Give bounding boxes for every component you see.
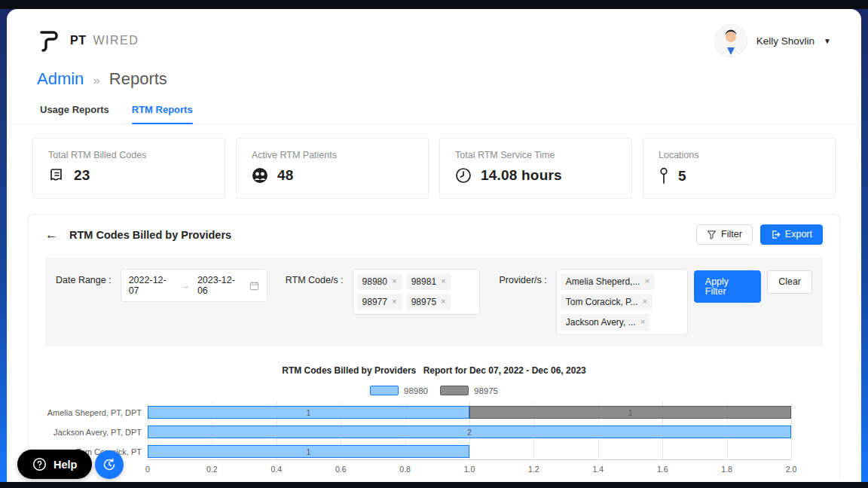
user-name: Kelly Shovlin <box>756 35 815 47</box>
location-pin-icon <box>659 167 669 185</box>
provider-select[interactable]: Amelia Sheperd,...×Tom Coracick, P...×Ja… <box>556 269 688 335</box>
stat-card-active-patients: Active RTM Patients 48 <box>236 138 429 199</box>
floating-buttons: Help <box>17 450 124 479</box>
chart-bar-row: Tom Coracick, PT1 <box>148 445 791 458</box>
stat-value: 23 <box>74 167 90 184</box>
rtm-code-select[interactable]: 98980×98981×98977×98975× <box>353 269 480 315</box>
breadcrumb-admin[interactable]: Admin <box>37 69 84 89</box>
remove-tag-icon[interactable]: × <box>644 277 649 286</box>
chart-bar-row: Amelia Sheperd, PT, DPT11 <box>148 406 791 419</box>
stats-row: Total RTM Billed Codes 23 Active RTM Pat… <box>7 124 861 199</box>
chart-plot: Amelia Sheperd, PT, DPT11Jackson Avery, … <box>148 406 791 478</box>
rtm-code-tag: 98975× <box>406 294 451 310</box>
date-start[interactable]: 2022-12-07 <box>129 275 173 296</box>
stat-card-locations: Locations 5 <box>643 138 836 199</box>
date-range-input[interactable]: 2022-12-07 → 2023-12-06 <box>121 269 267 302</box>
help-button-label: Help <box>53 459 77 471</box>
provider-tag-label: Jackson Avery, ... <box>566 317 636 328</box>
legend-item: 98980 <box>370 386 428 395</box>
remove-tag-icon[interactable]: × <box>643 297 648 307</box>
avatar <box>714 24 747 57</box>
help-button[interactable]: Help <box>17 450 92 479</box>
category-label: Amelia Sheperd, PT, DPT <box>29 408 142 417</box>
x-tick-label: 0.8 <box>399 465 411 474</box>
calendar-icon[interactable] <box>249 281 259 291</box>
legend-item: 98975 <box>440 386 498 395</box>
date-arrow-icon: → <box>181 280 190 291</box>
provider-tag-label: Tom Coracick, P... <box>566 297 638 307</box>
remove-tag-icon[interactable]: × <box>392 297 397 307</box>
export-icon <box>771 230 781 239</box>
logo-pt: PT <box>70 34 86 47</box>
clear-button[interactable]: Clear <box>767 270 812 294</box>
filter-button[interactable]: Filter <box>696 224 753 245</box>
chart-x-axis: 00.20.40.60.81.01.21.41.61.82.0 <box>148 465 791 478</box>
report-section-title: RTM Codes Billed by Providers <box>69 229 231 241</box>
top-bar: PT WIRED Kelly Shovlin ▼ <box>7 9 861 57</box>
stat-value: 48 <box>277 167 294 184</box>
window-frame-bottom <box>0 482 868 488</box>
filter-button-label: Filter <box>721 230 742 239</box>
bar-segment-98980[interactable]: 1 <box>148 445 469 458</box>
report-section-card: ← RTM Codes Billed by Providers Filter <box>28 214 840 478</box>
tab-usage-reports[interactable]: Usage Reports <box>40 104 109 124</box>
x-tick-label: 1.6 <box>657 465 668 474</box>
logo-text: PT WIRED <box>70 34 139 47</box>
chart-title-main: RTM Codes Billed by Providers <box>282 365 416 376</box>
stat-label: Total RTM Billed Codes <box>48 150 209 160</box>
date-range-label: Date Range : <box>56 275 112 285</box>
page-title: Reports <box>109 69 167 89</box>
history-clock-icon <box>102 457 117 472</box>
rtm-code-tag: 98981× <box>406 273 451 290</box>
x-tick-label: 1.4 <box>592 465 604 474</box>
x-tick-label: 1.2 <box>528 465 539 474</box>
breadcrumb: Admin » Reports <box>7 57 861 89</box>
rtm-code-tag-label: 98980 <box>362 276 387 287</box>
remove-tag-icon[interactable]: × <box>441 277 446 286</box>
logo-wired: WIRED <box>93 34 139 47</box>
chart-bar-row: Jackson Avery, PT, DPT2 <box>148 425 791 438</box>
rtm-code-label: RTM Code/s : <box>286 275 344 285</box>
export-button[interactable]: Export <box>760 224 823 245</box>
x-tick-label: 1.0 <box>464 465 475 474</box>
billed-codes-icon <box>48 167 65 184</box>
legend-swatch <box>440 386 469 395</box>
provider-tag: Tom Coracick, P...× <box>561 294 653 310</box>
provider-label: Provider/s : <box>500 275 547 285</box>
back-arrow-icon[interactable]: ← <box>45 227 58 242</box>
chevron-down-icon: ▼ <box>824 37 831 45</box>
bar-segment-98980[interactable]: 2 <box>148 425 791 438</box>
export-button-label: Export <box>785 230 812 239</box>
x-tick-label: 0.4 <box>270 465 282 474</box>
stat-label: Locations <box>659 150 820 160</box>
session-timer-button[interactable] <box>95 450 124 479</box>
stat-value: 14.08 hours <box>481 167 562 184</box>
user-menu[interactable]: Kelly Shovlin ▼ <box>714 24 831 57</box>
breadcrumb-separator: » <box>93 73 99 88</box>
remove-tag-icon[interactable]: × <box>640 318 646 327</box>
x-tick-label: 2.0 <box>786 465 797 474</box>
rtm-code-tag-label: 98977 <box>362 297 387 307</box>
question-mark-icon <box>32 457 47 471</box>
ptwired-logo-icon <box>37 26 63 55</box>
category-label: Jackson Avery, PT, DPT <box>29 428 142 437</box>
gridline <box>791 402 792 459</box>
remove-tag-icon[interactable]: × <box>392 277 397 286</box>
window-frame-top <box>0 0 868 9</box>
report-tabs: Usage Reports RTM Reports <box>7 89 861 124</box>
provider-tag-label: Amelia Sheperd,... <box>566 276 640 287</box>
bar-segment-98975[interactable]: 1 <box>469 406 791 419</box>
apply-filter-button[interactable]: Apply Filter <box>694 270 761 303</box>
date-end[interactable]: 2023-12-06 <box>197 275 242 296</box>
app-page: PT WIRED Kelly Shovlin ▼ <box>7 9 861 482</box>
stat-value: 5 <box>678 168 686 185</box>
chart-title-sub: Report for Dec 07, 2022 - Dec 06, 2023 <box>423 365 586 376</box>
rtm-code-tag-label: 98975 <box>411 297 436 307</box>
remove-tag-icon[interactable]: × <box>441 297 446 307</box>
bar-segment-98980[interactable]: 1 <box>148 406 469 419</box>
legend-label: 98975 <box>474 386 498 395</box>
tab-rtm-reports[interactable]: RTM Reports <box>132 104 193 124</box>
provider-tag: Amelia Sheperd,...× <box>561 273 655 290</box>
patients-icon <box>252 167 268 184</box>
ptwired-logo: PT WIRED <box>37 26 139 55</box>
